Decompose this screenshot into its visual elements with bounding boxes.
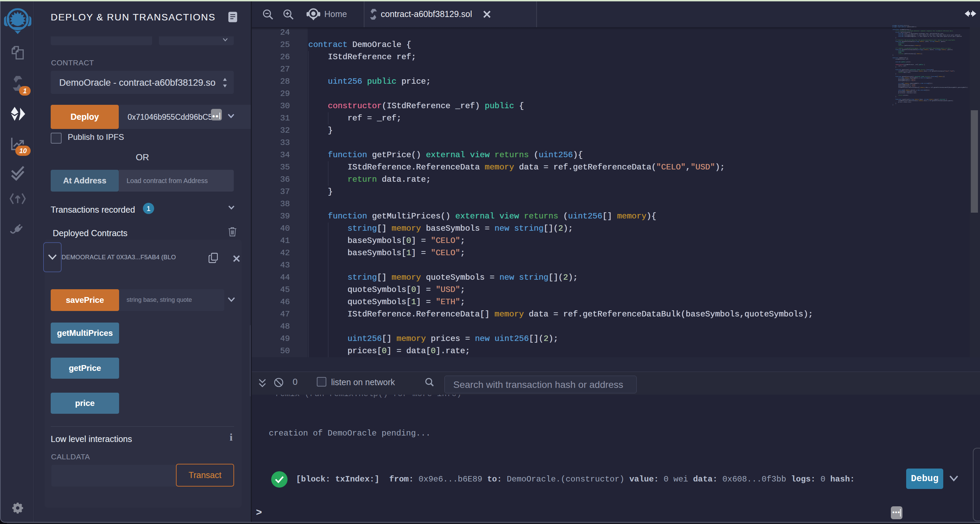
svg-text:IStdReference.ReferenceData[]: IStdReference.ReferenceData[] memory dat…: [898, 87, 968, 88]
svg-text:prices[1] = data[1].rate;: prices[1] = data[1].rate;: [898, 92, 917, 94]
svg-text:IStdReference ref;: IStdReference ref;: [896, 59, 909, 60]
svg-text:baseSymbols[1] = "CELO";: baseSymbols[1] = "CELO";: [898, 80, 916, 81]
svg-text:ref = _ref;: ref = _ref;: [898, 65, 907, 67]
svg-text:}: }: [896, 96, 896, 97]
svg-text:}: }: [896, 37, 896, 38]
svg-text:returns (ReferenceData[] memor: returns (ReferenceData[] memory);: [898, 53, 923, 54]
svg-text:}: }: [892, 54, 893, 56]
svg-text:return prices;: return prices;: [898, 95, 908, 96]
svg-text:}: }: [896, 66, 896, 68]
svg-text:price = data.rate;: price = data.rate;: [898, 101, 912, 103]
svg-text:uint256 public price;: uint256 public price;: [896, 61, 911, 63]
svg-text:return data.rate;: return data.rate;: [898, 72, 911, 73]
svg-text:}: }: [896, 103, 896, 104]
svg-text:returns (ReferenceData memory): returns (ReferenceData memory);: [898, 45, 921, 46]
svg-text:}: }: [896, 73, 896, 75]
svg-text:}: }: [892, 104, 893, 105]
svg-text:pragma experimental ABIEncoder: pragma experimental ABIEncoderV2;: [892, 26, 917, 27]
svg-text:uint256 lastUpdatedQuote; // U: uint256 lastUpdatedQuote; // UNIX epoch …: [898, 36, 962, 37]
